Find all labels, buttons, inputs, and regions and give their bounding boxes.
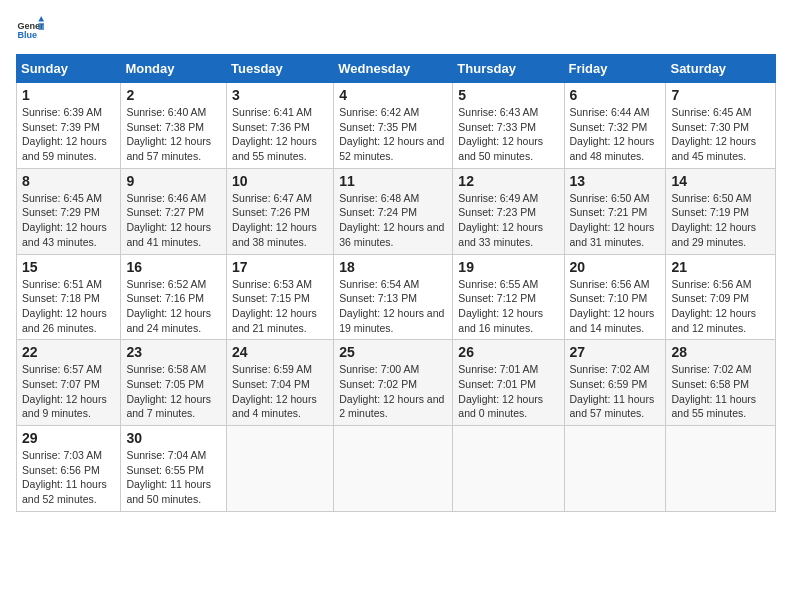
calendar-cell: 30Sunrise: 7:04 AMSunset: 6:55 PMDayligh…	[121, 426, 227, 512]
calendar-cell	[564, 426, 666, 512]
calendar-cell: 3Sunrise: 6:41 AMSunset: 7:36 PMDaylight…	[227, 83, 334, 169]
day-info: Sunrise: 6:56 AMSunset: 7:09 PMDaylight:…	[671, 277, 770, 336]
day-info: Sunrise: 6:44 AMSunset: 7:32 PMDaylight:…	[570, 105, 661, 164]
calendar-cell	[334, 426, 453, 512]
day-info: Sunrise: 7:04 AMSunset: 6:55 PMDaylight:…	[126, 448, 221, 507]
day-number: 18	[339, 259, 447, 275]
calendar-cell: 20Sunrise: 6:56 AMSunset: 7:10 PMDayligh…	[564, 254, 666, 340]
calendar-week-row: 29Sunrise: 7:03 AMSunset: 6:56 PMDayligh…	[17, 426, 776, 512]
day-info: Sunrise: 6:53 AMSunset: 7:15 PMDaylight:…	[232, 277, 328, 336]
calendar-cell: 27Sunrise: 7:02 AMSunset: 6:59 PMDayligh…	[564, 340, 666, 426]
calendar-cell: 24Sunrise: 6:59 AMSunset: 7:04 PMDayligh…	[227, 340, 334, 426]
calendar-cell: 21Sunrise: 6:56 AMSunset: 7:09 PMDayligh…	[666, 254, 776, 340]
calendar-cell: 9Sunrise: 6:46 AMSunset: 7:27 PMDaylight…	[121, 168, 227, 254]
calendar-cell: 19Sunrise: 6:55 AMSunset: 7:12 PMDayligh…	[453, 254, 564, 340]
day-number: 10	[232, 173, 328, 189]
day-info: Sunrise: 6:59 AMSunset: 7:04 PMDaylight:…	[232, 362, 328, 421]
day-number: 22	[22, 344, 115, 360]
day-info: Sunrise: 6:41 AMSunset: 7:36 PMDaylight:…	[232, 105, 328, 164]
day-info: Sunrise: 6:39 AMSunset: 7:39 PMDaylight:…	[22, 105, 115, 164]
day-info: Sunrise: 6:45 AMSunset: 7:30 PMDaylight:…	[671, 105, 770, 164]
header-monday: Monday	[121, 55, 227, 83]
calendar-cell: 15Sunrise: 6:51 AMSunset: 7:18 PMDayligh…	[17, 254, 121, 340]
day-info: Sunrise: 6:49 AMSunset: 7:23 PMDaylight:…	[458, 191, 558, 250]
logo-icon: General Blue	[16, 16, 44, 44]
day-number: 14	[671, 173, 770, 189]
day-number: 30	[126, 430, 221, 446]
calendar-week-row: 15Sunrise: 6:51 AMSunset: 7:18 PMDayligh…	[17, 254, 776, 340]
calendar-cell: 5Sunrise: 6:43 AMSunset: 7:33 PMDaylight…	[453, 83, 564, 169]
svg-text:Blue: Blue	[17, 30, 37, 40]
day-info: Sunrise: 6:45 AMSunset: 7:29 PMDaylight:…	[22, 191, 115, 250]
day-number: 25	[339, 344, 447, 360]
day-number: 5	[458, 87, 558, 103]
day-number: 6	[570, 87, 661, 103]
calendar-cell: 7Sunrise: 6:45 AMSunset: 7:30 PMDaylight…	[666, 83, 776, 169]
day-info: Sunrise: 7:02 AMSunset: 6:58 PMDaylight:…	[671, 362, 770, 421]
calendar-cell: 13Sunrise: 6:50 AMSunset: 7:21 PMDayligh…	[564, 168, 666, 254]
day-info: Sunrise: 6:48 AMSunset: 7:24 PMDaylight:…	[339, 191, 447, 250]
day-info: Sunrise: 6:55 AMSunset: 7:12 PMDaylight:…	[458, 277, 558, 336]
day-info: Sunrise: 6:56 AMSunset: 7:10 PMDaylight:…	[570, 277, 661, 336]
calendar-cell: 17Sunrise: 6:53 AMSunset: 7:15 PMDayligh…	[227, 254, 334, 340]
day-info: Sunrise: 6:43 AMSunset: 7:33 PMDaylight:…	[458, 105, 558, 164]
calendar-cell: 11Sunrise: 6:48 AMSunset: 7:24 PMDayligh…	[334, 168, 453, 254]
calendar-week-row: 1Sunrise: 6:39 AMSunset: 7:39 PMDaylight…	[17, 83, 776, 169]
day-info: Sunrise: 6:50 AMSunset: 7:21 PMDaylight:…	[570, 191, 661, 250]
day-number: 26	[458, 344, 558, 360]
day-number: 29	[22, 430, 115, 446]
day-number: 27	[570, 344, 661, 360]
day-info: Sunrise: 7:03 AMSunset: 6:56 PMDaylight:…	[22, 448, 115, 507]
day-number: 28	[671, 344, 770, 360]
calendar-week-row: 8Sunrise: 6:45 AMSunset: 7:29 PMDaylight…	[17, 168, 776, 254]
calendar-cell: 4Sunrise: 6:42 AMSunset: 7:35 PMDaylight…	[334, 83, 453, 169]
header-wednesday: Wednesday	[334, 55, 453, 83]
calendar-cell: 10Sunrise: 6:47 AMSunset: 7:26 PMDayligh…	[227, 168, 334, 254]
calendar-table: SundayMondayTuesdayWednesdayThursdayFrid…	[16, 54, 776, 512]
header-saturday: Saturday	[666, 55, 776, 83]
day-number: 8	[22, 173, 115, 189]
page-header: General Blue	[16, 16, 776, 44]
calendar-cell: 29Sunrise: 7:03 AMSunset: 6:56 PMDayligh…	[17, 426, 121, 512]
header-tuesday: Tuesday	[227, 55, 334, 83]
calendar-cell: 12Sunrise: 6:49 AMSunset: 7:23 PMDayligh…	[453, 168, 564, 254]
calendar-cell: 26Sunrise: 7:01 AMSunset: 7:01 PMDayligh…	[453, 340, 564, 426]
day-number: 20	[570, 259, 661, 275]
day-info: Sunrise: 7:02 AMSunset: 6:59 PMDaylight:…	[570, 362, 661, 421]
day-info: Sunrise: 6:47 AMSunset: 7:26 PMDaylight:…	[232, 191, 328, 250]
day-number: 2	[126, 87, 221, 103]
calendar-cell	[666, 426, 776, 512]
calendar-cell: 28Sunrise: 7:02 AMSunset: 6:58 PMDayligh…	[666, 340, 776, 426]
calendar-cell: 1Sunrise: 6:39 AMSunset: 7:39 PMDaylight…	[17, 83, 121, 169]
day-info: Sunrise: 6:52 AMSunset: 7:16 PMDaylight:…	[126, 277, 221, 336]
day-number: 4	[339, 87, 447, 103]
day-info: Sunrise: 6:51 AMSunset: 7:18 PMDaylight:…	[22, 277, 115, 336]
calendar-header-row: SundayMondayTuesdayWednesdayThursdayFrid…	[17, 55, 776, 83]
day-number: 23	[126, 344, 221, 360]
day-number: 11	[339, 173, 447, 189]
day-number: 12	[458, 173, 558, 189]
day-number: 19	[458, 259, 558, 275]
calendar-cell: 8Sunrise: 6:45 AMSunset: 7:29 PMDaylight…	[17, 168, 121, 254]
day-info: Sunrise: 6:57 AMSunset: 7:07 PMDaylight:…	[22, 362, 115, 421]
day-info: Sunrise: 7:00 AMSunset: 7:02 PMDaylight:…	[339, 362, 447, 421]
day-number: 13	[570, 173, 661, 189]
day-info: Sunrise: 6:58 AMSunset: 7:05 PMDaylight:…	[126, 362, 221, 421]
calendar-cell: 2Sunrise: 6:40 AMSunset: 7:38 PMDaylight…	[121, 83, 227, 169]
calendar-cell	[453, 426, 564, 512]
day-number: 3	[232, 87, 328, 103]
day-info: Sunrise: 6:46 AMSunset: 7:27 PMDaylight:…	[126, 191, 221, 250]
calendar-cell: 16Sunrise: 6:52 AMSunset: 7:16 PMDayligh…	[121, 254, 227, 340]
day-number: 9	[126, 173, 221, 189]
day-number: 7	[671, 87, 770, 103]
header-thursday: Thursday	[453, 55, 564, 83]
day-number: 17	[232, 259, 328, 275]
day-number: 24	[232, 344, 328, 360]
calendar-cell: 25Sunrise: 7:00 AMSunset: 7:02 PMDayligh…	[334, 340, 453, 426]
calendar-cell: 6Sunrise: 6:44 AMSunset: 7:32 PMDaylight…	[564, 83, 666, 169]
day-number: 15	[22, 259, 115, 275]
day-info: Sunrise: 6:50 AMSunset: 7:19 PMDaylight:…	[671, 191, 770, 250]
calendar-week-row: 22Sunrise: 6:57 AMSunset: 7:07 PMDayligh…	[17, 340, 776, 426]
svg-marker-3	[38, 23, 44, 30]
calendar-cell: 18Sunrise: 6:54 AMSunset: 7:13 PMDayligh…	[334, 254, 453, 340]
